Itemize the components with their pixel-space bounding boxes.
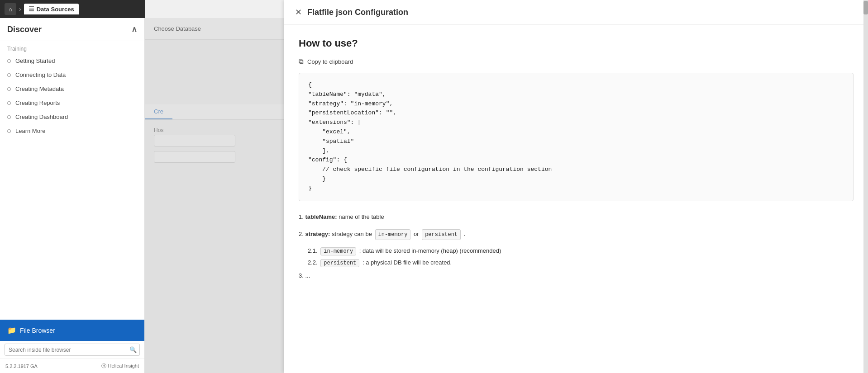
sidebar-version: 5.2.2.1917 GA Ⓗ Helical Insight xyxy=(0,359,144,373)
how-to-title: How to use? xyxy=(299,38,854,49)
search-icon[interactable]: 🔍 xyxy=(127,344,139,355)
scroll-thumb xyxy=(863,1,868,14)
sidebar-discover-header: Discover ∧ xyxy=(0,18,144,41)
sidebar-item-learn-more[interactable]: Learn More xyxy=(0,124,144,138)
file-browser-button[interactable]: 📁 File Browser xyxy=(0,320,144,341)
desc2-1-badge: in-memory xyxy=(320,247,356,255)
datasource-tab-label: Data Sources xyxy=(37,6,74,13)
training-section-label: Training xyxy=(0,41,144,54)
desc-item-3: 3. ... xyxy=(299,271,854,281)
copy-clipboard-button[interactable]: ⧉ Copy to clipboard xyxy=(299,57,854,66)
desc2-1-text: : data will be stored in-memory (heap) (… xyxy=(359,247,501,254)
desc2-badge1: in-memory xyxy=(375,229,411,240)
desc1-text: name of the table xyxy=(339,213,384,220)
desc2-num: 2. xyxy=(299,231,304,237)
folder-icon: 📁 xyxy=(7,326,16,335)
config-panel-title: Flatfile json Configuration xyxy=(307,8,408,17)
collapse-icon[interactable]: ∧ xyxy=(131,24,137,34)
desc2-text: strategy can be xyxy=(332,231,374,237)
getting-started-label: Getting Started xyxy=(15,57,55,64)
outer-scrollbar[interactable] xyxy=(863,0,868,373)
discover-label: Discover xyxy=(7,25,42,34)
config-panel-body[interactable]: How to use? ⧉ Copy to clipboard { "table… xyxy=(284,25,868,373)
desc2-2-badge: persistent xyxy=(320,259,359,267)
tab-icon: ☰ xyxy=(29,5,34,13)
desc-item-1: 1. tableName: name of the table xyxy=(299,212,854,222)
config-panel: ✕ Flatfile json Configuration How to use… xyxy=(284,0,868,373)
file-browser-label: File Browser xyxy=(20,327,55,334)
desc1-bold: tableName: xyxy=(305,213,337,220)
sidebar-item-creating-reports[interactable]: Creating Reports xyxy=(0,96,144,110)
bullet-icon xyxy=(7,87,11,91)
sidebar-item-creating-metadata[interactable]: Creating Metadata xyxy=(0,82,144,96)
desc3-num: 3. xyxy=(299,272,304,279)
home-icon[interactable]: ⌂ xyxy=(5,3,16,15)
code-block: { "tableName": "mydata", "strategy": "in… xyxy=(299,73,854,201)
desc1-num: 1. xyxy=(299,213,304,220)
desc2-1-num: 2.1. xyxy=(308,247,318,254)
helical-label: Ⓗ Helical Insight xyxy=(101,363,139,369)
sidebar-item-creating-dashboard[interactable]: Creating Dashboard xyxy=(0,110,144,124)
desc-item-2: 2. strategy: strategy can be in-memory o… xyxy=(299,229,854,240)
sidebar-item-getting-started[interactable]: Getting Started xyxy=(0,54,144,68)
bullet-icon xyxy=(7,115,11,119)
sidebar-item-connecting-to-data[interactable]: Connecting to Data xyxy=(0,68,144,82)
sidebar-search-container: 🔍 xyxy=(5,344,140,356)
desc2-end: . xyxy=(464,231,466,237)
connecting-label: Connecting to Data xyxy=(15,71,66,78)
sidebar: Discover ∧ Training Getting Started Conn… xyxy=(0,18,145,373)
bullet-icon xyxy=(7,59,11,63)
config-panel-header: ✕ Flatfile json Configuration xyxy=(284,0,868,25)
desc2-2-num: 2.2. xyxy=(308,259,318,266)
learn-more-label: Learn More xyxy=(15,127,45,134)
datasource-tab[interactable]: ☰ Data Sources xyxy=(24,4,79,14)
config-panel-close-button[interactable]: ✕ xyxy=(295,7,302,17)
breadcrumb-arrow: › xyxy=(19,5,21,13)
desc2-2-text: : a physical DB file will be created. xyxy=(362,259,452,266)
desc2-badge2: persistent xyxy=(422,229,461,240)
search-input[interactable] xyxy=(5,345,127,355)
copy-clipboard-label: Copy to clipboard xyxy=(307,58,353,65)
metadata-label: Creating Metadata xyxy=(15,85,64,92)
dashboard-label: Creating Dashboard xyxy=(15,113,68,120)
app-container: ⌂ › ☰ Data Sources Discover ∧ Training G… xyxy=(0,0,868,373)
bullet-icon xyxy=(7,101,11,105)
desc-item-2-1: 2.1. in-memory : data will be stored in-… xyxy=(308,247,854,255)
desc-item-2-2: 2.2. persistent : a physical DB file wil… xyxy=(308,259,854,267)
bullet-icon xyxy=(7,73,11,77)
top-nav: ⌂ › ☰ Data Sources xyxy=(0,0,145,18)
home-symbol: ⌂ xyxy=(9,6,12,13)
desc2-or: or xyxy=(414,231,420,237)
desc3-text: ... xyxy=(305,272,310,279)
reports-label: Creating Reports xyxy=(15,99,60,106)
version-label: 5.2.2.1917 GA xyxy=(5,364,38,369)
clipboard-icon: ⧉ xyxy=(299,57,304,66)
bullet-icon xyxy=(7,129,11,133)
desc2-bold: strategy: xyxy=(305,231,330,237)
